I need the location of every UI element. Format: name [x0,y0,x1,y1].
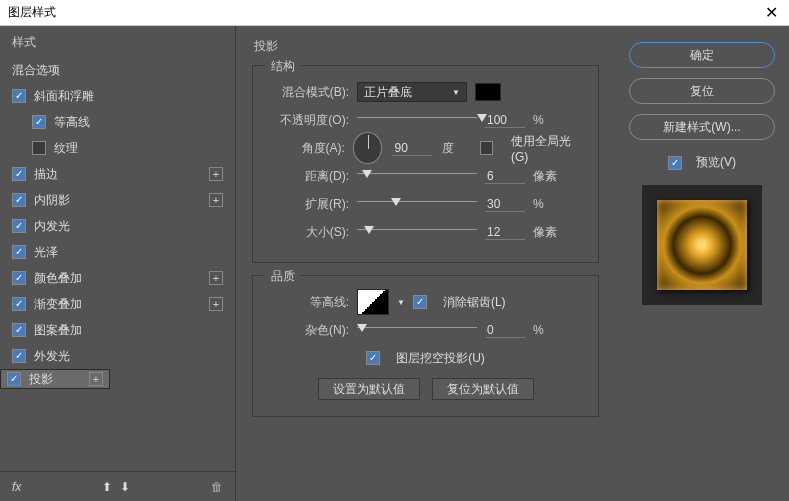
add-effect-icon[interactable]: + [209,193,223,207]
style-label: 内阴影 [34,192,209,209]
preview-checkbox[interactable] [668,156,682,170]
window-title: 图层样式 [8,4,56,21]
opacity-label: 不透明度(O): [269,112,349,129]
distance-slider[interactable] [357,173,477,187]
style-row[interactable]: 等高线 [0,109,235,135]
style-row[interactable]: 斜面和浮雕 [0,83,235,109]
style-row[interactable]: 渐变叠加+ [0,291,235,317]
style-label: 颜色叠加 [34,270,209,287]
style-checkbox[interactable] [32,141,46,155]
style-label: 投影 [29,371,89,388]
move-up-icon[interactable]: ⬆ [102,480,112,494]
style-checkbox[interactable] [12,167,26,181]
panel-title: 投影 [252,34,599,59]
style-checkbox[interactable] [7,372,21,386]
new-style-button[interactable]: 新建样式(W)... [629,114,775,140]
distance-label: 距离(D): [269,168,349,185]
style-row[interactable]: 外发光 [0,343,235,369]
style-row[interactable]: 光泽 [0,239,235,265]
add-effect-icon[interactable]: + [209,297,223,311]
sidebar-header: 样式 [0,26,235,57]
add-effect-icon[interactable]: + [89,372,103,386]
contour-picker[interactable] [357,289,389,315]
style-checkbox[interactable] [12,219,26,233]
antialias-label: 消除锯齿(L) [443,294,506,311]
style-checkbox[interactable] [12,245,26,259]
size-slider[interactable] [357,229,477,243]
global-light-checkbox[interactable] [480,141,493,155]
style-label: 纹理 [54,140,223,157]
dialog-buttons: 确定 复位 新建样式(W)... 预览(V) [615,26,789,501]
style-row[interactable]: 纹理 [0,135,235,161]
style-row[interactable]: 颜色叠加+ [0,265,235,291]
spread-label: 扩展(R): [269,196,349,213]
style-label: 渐变叠加 [34,296,209,313]
angle-input[interactable] [392,141,432,156]
noise-label: 杂色(N): [269,322,349,339]
style-label: 图案叠加 [34,322,223,339]
style-row[interactable]: 内阴影+ [0,187,235,213]
spread-slider[interactable] [357,201,477,215]
styles-sidebar: 样式 混合选项 斜面和浮雕等高线纹理描边+内阴影+内发光光泽颜色叠加+渐变叠加+… [0,26,236,501]
distance-input[interactable] [485,169,525,184]
knockout-checkbox[interactable] [366,351,380,365]
settings-panel: 投影 结构 混合模式(B): 正片叠底▼ 不透明度(O): % 角度(A): 度 [236,26,615,501]
opacity-input[interactable] [485,113,525,128]
add-effect-icon[interactable]: + [209,271,223,285]
style-label: 描边 [34,166,209,183]
style-row[interactable]: 内发光 [0,213,235,239]
size-label: 大小(S): [269,224,349,241]
style-label: 内发光 [34,218,223,235]
style-label: 斜面和浮雕 [34,88,223,105]
style-row[interactable]: 投影+ [0,369,110,389]
blend-mode-label: 混合模式(B): [269,84,349,101]
reset-default-button[interactable]: 复位为默认值 [432,378,534,400]
angle-dial[interactable] [353,132,383,164]
opacity-slider[interactable] [357,117,477,131]
angle-label: 角度(A): [269,140,345,157]
sidebar-footer: fx ⬆ ⬇ 🗑 [0,471,235,501]
structure-group: 结构 混合模式(B): 正片叠底▼ 不透明度(O): % 角度(A): 度 [252,65,599,263]
size-input[interactable] [485,225,525,240]
style-checkbox[interactable] [32,115,46,129]
blend-mode-select[interactable]: 正片叠底▼ [357,82,467,102]
move-down-icon[interactable]: ⬇ [120,480,130,494]
style-checkbox[interactable] [12,349,26,363]
style-checkbox[interactable] [12,297,26,311]
blend-options-row[interactable]: 混合选项 [0,57,235,83]
style-checkbox[interactable] [12,323,26,337]
chevron-down-icon: ▼ [452,88,460,97]
preview-thumbnail [642,185,762,305]
global-light-label: 使用全局光(G) [511,133,582,164]
quality-group: 品质 等高线: ▼ 消除锯齿(L) 杂色(N): % 图层挖空投影(U) 设置为… [252,275,599,417]
style-row[interactable]: 描边+ [0,161,235,187]
style-label: 等高线 [54,114,223,131]
noise-input[interactable] [485,323,525,338]
add-effect-icon[interactable]: + [209,167,223,181]
set-default-button[interactable]: 设置为默认值 [318,378,420,400]
cancel-button[interactable]: 复位 [629,78,775,104]
preview-label: 预览(V) [696,154,736,171]
style-checkbox[interactable] [12,271,26,285]
style-checkbox[interactable] [12,89,26,103]
spread-input[interactable] [485,197,525,212]
fx-menu-icon[interactable]: fx [12,480,21,494]
trash-icon[interactable]: 🗑 [211,480,223,494]
style-label: 光泽 [34,244,223,261]
style-row[interactable]: 图案叠加 [0,317,235,343]
noise-slider[interactable] [357,327,477,341]
shadow-color-swatch[interactable] [475,83,501,101]
style-label: 外发光 [34,348,223,365]
knockout-label: 图层挖空投影(U) [396,350,485,367]
close-icon[interactable]: ✕ [761,3,781,22]
style-checkbox[interactable] [12,193,26,207]
contour-label: 等高线: [269,294,349,311]
antialias-checkbox[interactable] [413,295,427,309]
ok-button[interactable]: 确定 [629,42,775,68]
titlebar: 图层样式 ✕ [0,0,789,26]
chevron-down-icon[interactable]: ▼ [397,298,405,307]
